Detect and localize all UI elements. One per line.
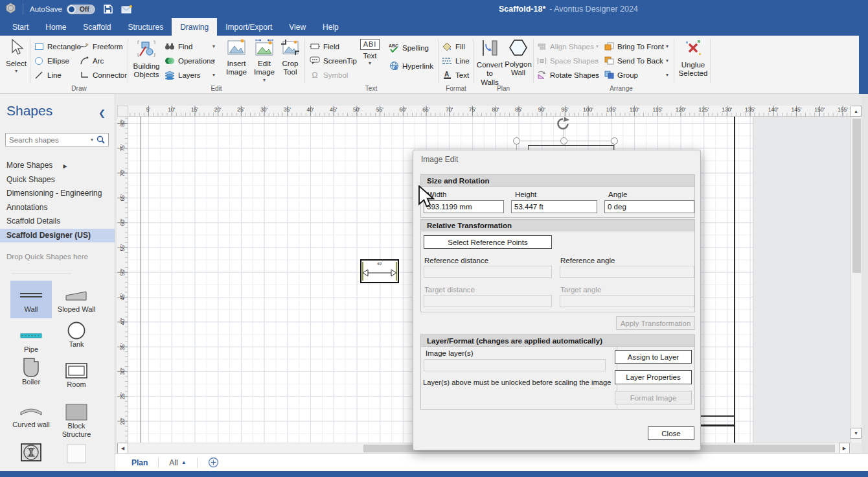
selection-handle-center[interactable] (560, 137, 567, 145)
text-button[interactable]: ABI Text ▾ (358, 39, 382, 66)
image-edit-dialog[interactable]: Image Edit Size and Rotation Width Heigh… (413, 150, 701, 450)
send-to-back-button[interactable]: Send To Back▾ (604, 54, 668, 67)
format-text-button[interactable]: AText (442, 69, 470, 81)
unglue-selected-button[interactable]: Unglue Selected (678, 39, 709, 78)
width-field[interactable] (424, 200, 504, 213)
section-dimensioning-engineering[interactable]: Dimensioning - Engineering (0, 187, 115, 201)
layers-button[interactable]: Layers▾ (165, 69, 216, 81)
wall-line-horizontal-2[interactable] (701, 425, 735, 426)
scroll-right-icon[interactable]: ▶ (839, 443, 850, 454)
h-ruler-label: 95' (562, 106, 569, 113)
ellipse-button[interactable]: Ellipse (34, 54, 81, 67)
scroll-down-icon[interactable]: ▼ (851, 428, 862, 439)
stencil-block-structure[interactable]: Block Structure (56, 402, 97, 438)
section-scaffold-details[interactable]: Scaffold Details (0, 215, 115, 229)
save-icon[interactable] (103, 4, 113, 14)
group-button[interactable]: Group▾ (604, 69, 668, 81)
selection-handle-left[interactable] (513, 137, 520, 145)
add-page-button[interactable] (208, 457, 219, 468)
rotation-handle-icon[interactable] (556, 117, 570, 133)
collapse-panel-icon[interactable]: ❮ (98, 108, 106, 118)
scaffold-bay-shape[interactable]: 40' (360, 259, 399, 283)
chevron-down-icon[interactable]: ▾ (666, 58, 668, 64)
height-field[interactable] (511, 200, 597, 213)
vertical-scroll-thumb[interactable] (852, 119, 861, 273)
stencil-room[interactable]: Room (56, 361, 97, 389)
stencil-tank[interactable]: Tank (56, 321, 97, 349)
rectangle-button[interactable]: Rectangle (34, 40, 81, 52)
tab-view[interactable]: View (280, 18, 314, 36)
autosave-toggle[interactable]: Off (67, 5, 95, 14)
tab-start[interactable]: Start (4, 18, 37, 36)
search-dropdown-icon[interactable]: ▾ (91, 137, 93, 143)
angle-field[interactable] (604, 200, 694, 213)
section-annotations[interactable]: Annotations (0, 201, 115, 215)
spelling-button[interactable]: ABCSpelling (389, 41, 433, 54)
chevron-down-icon[interactable]: ▾ (369, 60, 371, 66)
fill-button[interactable]: Fill (442, 40, 470, 52)
convert-to-walls-button[interactable]: Convert to Walls (477, 39, 503, 87)
assign-to-layer-button[interactable]: Assign to Layer (615, 350, 692, 364)
close-button[interactable]: Close (648, 426, 694, 440)
operations-icon (165, 57, 175, 65)
operations-button[interactable]: Operations▾ (165, 54, 216, 67)
stencil-boiler[interactable]: Boiler (10, 358, 52, 386)
select-button[interactable]: Select ▾ (4, 39, 29, 75)
chevron-down-icon[interactable]: ▾ (212, 58, 215, 64)
freeform-button[interactable]: Freeform (79, 40, 127, 52)
chevron-down-icon[interactable]: ▾ (596, 72, 599, 78)
tab-scaffold[interactable]: Scaffold (74, 18, 119, 36)
format-line-button[interactable]: Line (442, 54, 470, 67)
field-button[interactable]: Field (310, 40, 357, 52)
shape-search-box[interactable]: ▾ (5, 133, 109, 146)
selection-handle-right[interactable] (611, 137, 618, 145)
building-objects-button[interactable]: Building Objects (132, 39, 161, 80)
stencil-sloped-wall[interactable]: Sloped Wall (56, 286, 97, 314)
arc-button[interactable]: Arc (79, 54, 127, 67)
scroll-up-icon[interactable]: ▲ (851, 106, 862, 117)
insert-image-button[interactable]: Insert Image (224, 39, 249, 77)
stencil-blank[interactable] (56, 444, 97, 463)
chevron-down-icon[interactable]: ▾ (212, 72, 215, 78)
vertical-scrollbar[interactable]: ▲ ▼ (851, 106, 862, 443)
pages-all-dropdown[interactable]: All ▲ (169, 458, 186, 467)
chevron-down-icon[interactable]: ▾ (666, 72, 668, 78)
scroll-left-icon[interactable]: ◀ (117, 443, 128, 454)
section-more-shapes[interactable]: More Shapes▶ (0, 159, 115, 173)
layer-properties-button[interactable]: Layer Properties (615, 370, 692, 384)
chevron-down-icon[interactable]: ▾ (666, 43, 668, 49)
chevron-down-icon[interactable]: ▾ (263, 77, 266, 83)
select-reference-points-button[interactable]: Select Reference Points (424, 235, 552, 249)
wall-line-horizontal-1[interactable] (701, 415, 735, 417)
search-icon[interactable] (97, 135, 105, 144)
stencil-steel-column[interactable] (10, 443, 52, 462)
tab-structures[interactable]: Structures (120, 18, 172, 36)
wall-line-vertical[interactable] (734, 117, 735, 443)
stencil-wall[interactable]: Wall (10, 281, 52, 318)
tab-help[interactable]: Help (314, 18, 347, 36)
email-drawing-icon[interactable] (121, 5, 133, 14)
line-button[interactable]: Line (34, 69, 81, 81)
section-quick-shapes[interactable]: Quick Shapes (0, 173, 115, 187)
edit-image-button[interactable]: Edit Image ▾ (251, 39, 277, 83)
bring-to-front-button[interactable]: Bring To Front▾ (604, 40, 668, 52)
search-input[interactable] (6, 136, 91, 144)
section-scaffold-designer-us-[interactable]: Scaffold Designer (US) (0, 229, 115, 243)
v-ruler-label: 45' (119, 294, 126, 301)
stencil-pipe[interactable]: Pipe (10, 326, 52, 354)
tab-import-export[interactable]: Import/Export (217, 18, 280, 36)
page-tab-plan[interactable]: Plan (131, 458, 148, 467)
find-button[interactable]: Find▾ (165, 40, 216, 52)
tab-home[interactable]: Home (37, 18, 74, 36)
connector-button[interactable]: Connector (79, 69, 127, 81)
tab-drawing[interactable]: Drawing (172, 18, 217, 36)
crop-tool-button[interactable]: Crop Tool (279, 39, 302, 77)
hyperlink-button[interactable]: Hyperlink (389, 60, 433, 72)
chevron-down-icon[interactable]: ▾ (212, 43, 215, 49)
reference-distance-label: Reference distance (424, 257, 488, 264)
rotate-shapes-button[interactable]: Rotate Shapes▾ (536, 69, 600, 81)
h-ruler-label: 10' (168, 106, 175, 113)
polygon-wall-button[interactable]: Polygon Wall (505, 39, 532, 78)
stencil-curved-wall[interactable]: Curved wall (10, 401, 52, 429)
screentip-button[interactable]: ScreenTip (310, 54, 357, 67)
